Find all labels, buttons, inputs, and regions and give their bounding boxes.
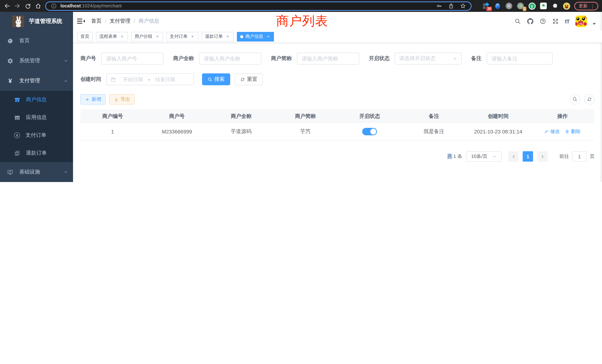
- column-header: 备注: [402, 113, 466, 119]
- address-bar[interactable]: localhost:1024/pay/merchant: [45, 1, 472, 11]
- tab-home[interactable]: 首页: [77, 32, 93, 41]
- avatar-dropdown-caret[interactable]: [593, 23, 596, 25]
- refresh-button[interactable]: [584, 94, 595, 105]
- close-icon[interactable]: ×: [225, 34, 230, 39]
- extension-flag-icon[interactable]: ⚑: [540, 2, 547, 10]
- search-button[interactable]: 搜索: [202, 73, 230, 85]
- fullscreen-icon[interactable]: [552, 18, 559, 24]
- search-icon[interactable]: [515, 18, 521, 24]
- current-page[interactable]: 1: [523, 151, 533, 162]
- extension-balloon-icon[interactable]: [494, 2, 501, 10]
- bookmark-star-icon[interactable]: [460, 3, 466, 9]
- edit-link[interactable]: 修改: [544, 128, 560, 135]
- close-icon[interactable]: ×: [120, 34, 125, 39]
- breadcrumb-home[interactable]: 首页: [91, 18, 102, 24]
- total-count: 1 条: [452, 153, 462, 159]
- sidebar-item-merchant-info[interactable]: 商户信息: [0, 91, 73, 109]
- font-size-icon[interactable]: tT: [565, 18, 569, 24]
- browser-reload-icon[interactable]: [24, 3, 31, 9]
- sidebar-item-label: 支付订单: [26, 132, 46, 139]
- sidebar-item-home[interactable]: 首页: [0, 31, 73, 51]
- hide-search-button[interactable]: [570, 94, 580, 105]
- tab-label: 流程表单: [99, 33, 117, 40]
- y-glyph: y: [528, 2, 536, 10]
- browser-update-button[interactable]: 更新 ⋮: [574, 2, 598, 10]
- sidebar-item-pay-order[interactable]: ¥ 支付订单: [0, 126, 73, 144]
- tab-label: 支付订单: [170, 33, 188, 40]
- status-select[interactable]: 请选择开启状态: [395, 53, 462, 64]
- field-create-time: 创建时间 -: [80, 73, 194, 85]
- export-button[interactable]: 导出: [109, 94, 135, 105]
- close-icon[interactable]: ×: [155, 34, 160, 39]
- share-icon[interactable]: [448, 3, 454, 9]
- cell-merchant-id: 1: [80, 129, 145, 135]
- breadcrumb: 首页 / 支付管理 / 商户信息: [91, 18, 159, 24]
- short-name-input[interactable]: [297, 53, 359, 64]
- status-toggle[interactable]: [362, 128, 377, 135]
- extension-command-icon[interactable]: ⌘: [505, 2, 513, 10]
- merchant-no-input[interactable]: [101, 53, 163, 64]
- github-icon[interactable]: [527, 18, 534, 24]
- goto-page-input[interactable]: [572, 151, 587, 162]
- edit-label: 修改: [550, 128, 560, 135]
- end-date-input[interactable]: [151, 76, 180, 83]
- tab-merchant-info[interactable]: 商户信息 ×: [237, 32, 274, 41]
- user-avatar[interactable]: [575, 15, 587, 27]
- browser-home-icon[interactable]: [35, 3, 42, 9]
- export-button-label: 导出: [120, 96, 130, 103]
- extensions-puzzle-icon[interactable]: [551, 2, 559, 10]
- start-date-input[interactable]: [119, 76, 148, 83]
- sidebar-item-refund-order[interactable]: 退款订单: [0, 144, 73, 162]
- sidebar-item-label: 应用信息: [26, 114, 47, 121]
- app-logo[interactable]: 芋道管理系统: [0, 12, 73, 31]
- help-icon[interactable]: [540, 18, 546, 24]
- tab-user-group[interactable]: 用户分组 ×: [131, 32, 163, 41]
- breadcrumb-section[interactable]: 支付管理: [110, 18, 130, 24]
- update-label: 更新: [579, 3, 588, 9]
- table-header: 商户编号 商户号 商户全称 商户简称 开启状态 备注 创建时间 操作: [80, 109, 595, 123]
- close-icon[interactable]: ×: [190, 34, 195, 39]
- field-status: 开启状态 请选择开启状态: [369, 53, 462, 64]
- column-header: 创建时间: [466, 113, 530, 119]
- reset-button[interactable]: 重置: [235, 73, 263, 85]
- field-full-name: 商户全称: [173, 53, 261, 64]
- password-key-icon[interactable]: [436, 3, 443, 9]
- site-info-icon[interactable]: [50, 3, 57, 9]
- command-glyph: ⌘: [506, 3, 512, 9]
- navbar-actions: tT: [515, 15, 596, 27]
- delete-link[interactable]: 删除: [565, 128, 581, 135]
- extension-recorder-icon[interactable]: 1: [517, 2, 524, 10]
- sidebar-item-app-info[interactable]: 应用信息: [0, 109, 73, 126]
- sidebar-item-pay[interactable]: ¥ 支付管理: [0, 71, 73, 91]
- browser-forward-icon[interactable]: [14, 3, 21, 9]
- extension-badge: 10: [486, 7, 492, 11]
- date-range-picker[interactable]: -: [106, 73, 194, 85]
- close-icon[interactable]: ×: [266, 34, 271, 39]
- add-button[interactable]: 新增: [80, 94, 106, 105]
- page-content: 商户号 商户全称 商户简称 开启状态 请选择开启状态: [73, 43, 602, 182]
- full-name-input[interactable]: [199, 53, 261, 64]
- browser-profile-avatar[interactable]: [563, 2, 570, 10]
- pay-submenu: 商户信息 应用信息 ¥ 支付订单 退款订单: [0, 91, 73, 162]
- tab-pay-order[interactable]: 支付订单 ×: [166, 32, 198, 41]
- page-size-select[interactable]: 10条/页: [466, 151, 502, 162]
- url-text: localhost:1024/pay/merchant: [60, 3, 122, 9]
- sidebar-toggle-icon[interactable]: [77, 17, 85, 25]
- next-page-button[interactable]: [537, 151, 548, 162]
- browser-back-icon[interactable]: [4, 3, 10, 9]
- tab-label: 用户分组: [135, 33, 152, 40]
- extension-y-icon[interactable]: y: [528, 2, 536, 10]
- page-unit-label: 页: [590, 153, 595, 160]
- browser-menu-icon[interactable]: ⋮: [590, 3, 595, 9]
- tab-refund-order[interactable]: 退款订单 ×: [202, 32, 234, 41]
- sidebar-item-infrastructure[interactable]: 基础设施: [0, 162, 73, 182]
- cell-short-name: 芋艿: [273, 128, 337, 135]
- monitor-icon: [7, 169, 13, 175]
- sidebar-item-system[interactable]: 系统管理: [0, 51, 73, 71]
- tab-process-form[interactable]: 流程表单 ×: [96, 32, 128, 41]
- remark-input[interactable]: [487, 53, 553, 64]
- prev-page-button[interactable]: [508, 151, 519, 162]
- grid-icon: [14, 114, 20, 121]
- extension-blocks-icon[interactable]: 10: [482, 2, 490, 10]
- breadcrumb-separator: /: [134, 18, 135, 24]
